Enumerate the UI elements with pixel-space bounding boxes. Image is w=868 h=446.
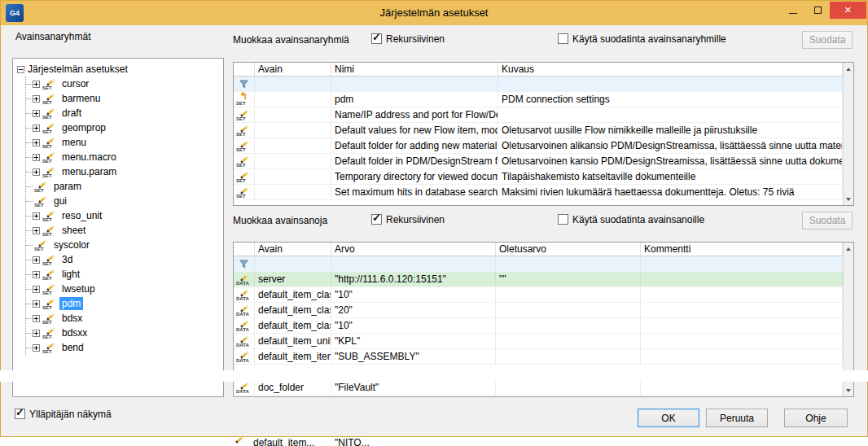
filter-icon-cell[interactable] <box>234 256 255 271</box>
table-row-set-maximum-hits-in-database-search[interactable]: SETSet maximum hits in database search. … <box>234 185 843 200</box>
table-row-default-item-class[interactable]: DATAdefault_item_class..."20" <box>234 303 843 318</box>
expand-toggle-icon[interactable] <box>33 125 40 132</box>
tree-item-label[interactable]: bdsx <box>59 312 85 325</box>
tree-item-barmenu[interactable]: SETbarmenu <box>26 91 221 106</box>
filter-cell-arvo[interactable] <box>331 256 496 271</box>
table-row-pdm[interactable]: ↰SETpdmPDM connection settings <box>234 92 843 107</box>
tree-item-label[interactable]: light <box>59 268 82 281</box>
column-header-kuvaus[interactable]: Kuvaus <box>498 63 843 76</box>
words-recursive-checkbox[interactable]: ✓ Rekursiivinen <box>371 213 445 225</box>
expand-toggle-icon[interactable] <box>33 168 40 176</box>
expand-toggle-icon[interactable] <box>33 330 40 337</box>
table-row-default-item-class[interactable]: DATAdefault_item_class..."10" <box>234 318 843 334</box>
column-header-kommentti[interactable]: Kommentti <box>641 243 843 256</box>
expand-toggle-icon[interactable] <box>33 154 40 161</box>
expand-toggle-icon[interactable] <box>33 286 40 293</box>
minimize-button[interactable] <box>781 2 805 19</box>
scroll-up-button[interactable] <box>844 63 853 75</box>
tree-item-label[interactable]: sheet <box>59 224 88 237</box>
help-button[interactable]: Ohje <box>784 409 848 427</box>
expand-toggle-icon[interactable] <box>33 227 40 234</box>
tree-item-menu.macro[interactable]: SETmenu.macro <box>26 150 221 164</box>
tree-item-label[interactable]: lwsetup <box>59 282 98 295</box>
tree-item-label[interactable]: syscolor <box>51 238 92 251</box>
expand-toggle-icon[interactable] <box>33 256 40 264</box>
tree-item-label[interactable]: menu <box>59 136 89 149</box>
expand-toggle-icon[interactable] <box>33 95 40 103</box>
column-header-oletusarvo[interactable]: Oletusarvo <box>496 243 641 256</box>
tree-item-3d[interactable]: SET3d <box>26 252 221 267</box>
tree-item-menu.param[interactable]: SETmenu.param <box>26 164 221 179</box>
tree-item-light[interactable]: SETlight <box>26 267 221 282</box>
tree-item-label[interactable]: cursor <box>59 77 91 90</box>
filter-icon-cell[interactable] <box>234 77 255 91</box>
maximize-button[interactable] <box>805 2 830 19</box>
tree-item-label[interactable]: reso_unit <box>59 209 104 222</box>
tree-item-gui[interactable]: SETgui <box>26 194 221 208</box>
tree-item-label[interactable]: bend <box>59 341 86 354</box>
tree-item-label[interactable]: gui <box>51 195 69 208</box>
tree-item-label[interactable]: geomprop <box>59 121 108 134</box>
scroll-up-button[interactable] <box>844 243 853 255</box>
admin-view-checkbox[interactable]: ✓ Ylläpitäjän näkymä <box>15 408 112 420</box>
expand-toggle-icon[interactable] <box>33 139 40 146</box>
tree-item-sheet[interactable]: SETsheet <box>26 223 221 238</box>
tree-item-lwsetup[interactable]: SETlwsetup <box>26 282 221 296</box>
tree-item-bdsxx[interactable]: SETbdsxx <box>26 326 221 340</box>
filter-cell-oletusarvo[interactable] <box>496 256 641 271</box>
filter-cell-kommentti[interactable] <box>641 256 843 271</box>
titlebar[interactable]: G4 Järjestelmän asetukset × <box>1 1 867 25</box>
filter-cell-kuvaus[interactable] <box>498 77 843 91</box>
table-row-default-folder-in-pdm-designstream-for[interactable]: SETDefault folder in PDM/DesignStream fo… <box>234 154 843 169</box>
tree-item-geomprop[interactable]: SETgeomprop <box>26 120 221 135</box>
expand-toggle-icon[interactable] <box>33 271 40 278</box>
table-row-default-item-item[interactable]: DATAdefault_item_item..."SUB_ASSEMBLY" <box>234 349 843 365</box>
tree-item-label[interactable]: bdsxx <box>59 326 90 339</box>
filter-cell-avain[interactable] <box>255 77 331 91</box>
cancel-button[interactable]: Peruuta <box>706 409 768 427</box>
expand-toggle-icon[interactable] <box>33 81 40 88</box>
expand-toggle-icon[interactable] <box>33 110 40 117</box>
scroll-down-button[interactable] <box>844 193 853 205</box>
column-header-avain[interactable]: Avain <box>255 63 331 76</box>
collapse-toggle-icon[interactable] <box>17 66 24 73</box>
table-row-doc-folder[interactable]: DATAdoc_folder"FileVault" <box>234 380 843 396</box>
tree-root[interactable]: Järjestelmän asetukset <box>17 62 221 77</box>
filter-cell-nimi[interactable] <box>331 77 498 91</box>
expand-toggle-icon[interactable] <box>33 212 40 220</box>
tree-item-cursor[interactable]: SETcursor <box>26 77 221 91</box>
tree-item-bend[interactable]: SETbend <box>26 340 221 355</box>
keyword-group-tree[interactable]: Järjestelmän asetuksetSETcursorSETbarmen… <box>12 58 224 397</box>
expand-toggle-icon[interactable] <box>33 300 40 308</box>
column-header-nimi[interactable]: Nimi <box>331 63 498 76</box>
tree-item-label[interactable]: menu.macro <box>59 151 119 164</box>
tree-item-label[interactable]: param <box>51 180 84 193</box>
tree-item-label[interactable]: menu.param <box>59 165 119 178</box>
tree-item-bdsx[interactable]: SETbdsx <box>26 311 221 326</box>
ok-button[interactable]: OK <box>638 409 699 427</box>
expand-toggle-icon[interactable] <box>33 344 40 352</box>
tree-item-label[interactable]: barmenu <box>59 92 103 105</box>
tree-item-label[interactable]: 3d <box>59 253 75 266</box>
table-row-default-values-for-new-flow-item-model[interactable]: SETDefault values for new Flow item, mod… <box>234 123 843 138</box>
column-header-arvo[interactable]: Arvo <box>331 243 496 256</box>
tree-item-label[interactable]: draft <box>59 107 84 120</box>
tree-item-label[interactable]: pdm <box>59 297 83 310</box>
filter-row[interactable] <box>234 77 843 92</box>
groups-use-filter-checkbox[interactable]: ✓ Käytä suodatinta avainsanaryhmille <box>558 33 726 45</box>
tree-item-param[interactable]: SETparam <box>26 179 221 194</box>
tree-item-menu[interactable]: SETmenu <box>26 135 221 150</box>
tree-item-draft[interactable]: SETdraft <box>26 106 221 120</box>
close-button[interactable]: × <box>830 2 866 19</box>
table-row-temporary-directory-for-viewed-docume[interactable]: SETTemporary directory for viewed docume… <box>234 169 843 185</box>
filter-cell-avain[interactable] <box>255 256 331 271</box>
tree-item-pdm[interactable]: SETpdm <box>26 296 221 311</box>
tree-item-reso_unit[interactable]: SETreso_unit <box>26 208 221 223</box>
table-row-default-item-class[interactable]: DATAdefault_item_class..."10" <box>234 287 843 303</box>
table-row-default-item-unit[interactable]: DATAdefault_item_unit"KPL" <box>234 334 843 349</box>
tree-item-syscolor[interactable]: SETsyscolor <box>26 238 221 252</box>
scroll-down-button[interactable] <box>844 384 853 396</box>
column-header-avain[interactable]: Avain <box>255 243 331 256</box>
expand-toggle-icon[interactable] <box>33 315 40 322</box>
words-use-filter-checkbox[interactable]: ✓ Käytä suodatinta avainsanoille <box>558 213 704 225</box>
